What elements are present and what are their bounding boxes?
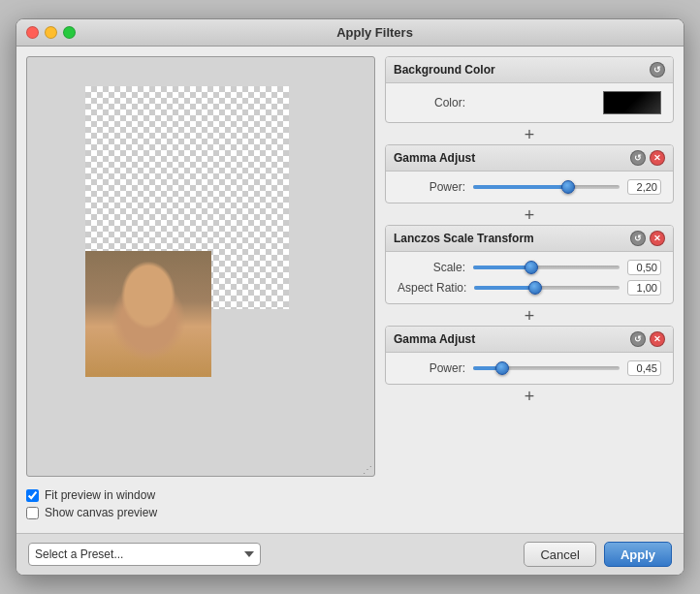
filter-gamma-2-body: Power: 0,45: [386, 353, 673, 384]
filter-gamma-2-header: Gamma Adjust ↺ ✕: [386, 327, 673, 353]
gamma-1-refresh-icon[interactable]: ↺: [630, 150, 646, 166]
lanczos-refresh-icon[interactable]: ↺: [630, 231, 646, 246]
filter-gamma-1-body: Power: 2,20: [386, 172, 673, 203]
lanczos-scale-thumb[interactable]: [525, 261, 538, 274]
lanczos-scale-fill: [473, 266, 531, 269]
lanczos-scale-track: [473, 266, 620, 269]
window-title: Apply Filters: [76, 25, 674, 40]
gamma-2-power-row: Power: 0,45: [398, 360, 661, 376]
refresh-icon[interactable]: ↺: [650, 62, 665, 78]
color-label: Color:: [398, 96, 465, 109]
add-filter-btn-3[interactable]: +: [385, 306, 674, 326]
titlebar: Apply Filters: [16, 19, 684, 47]
lanczos-aspect-value: 1,00: [627, 280, 661, 296]
gamma-1-power-thumb[interactable]: [561, 180, 575, 194]
preview-image: [85, 251, 211, 377]
gamma-2-power-thumb[interactable]: [495, 361, 509, 375]
gamma-1-power-value: 2,20: [627, 179, 661, 195]
gamma-1-power-row: Power: 2,20: [398, 179, 661, 195]
gamma-2-power-track: [473, 366, 620, 370]
filter-background-color-header: Background Color ↺: [386, 57, 673, 83]
preview-area: ⋰: [26, 56, 375, 477]
filter-gamma-1: Gamma Adjust ↺ ✕ Power:: [385, 144, 674, 203]
fit-preview-checkbox[interactable]: [26, 489, 39, 502]
fit-preview-label[interactable]: Fit preview in window: [45, 488, 155, 502]
add-filter-btn-2[interactable]: +: [385, 205, 674, 225]
gamma-2-refresh-icon[interactable]: ↺: [630, 331, 646, 347]
fit-preview-row: Fit preview in window: [26, 488, 375, 502]
filter-lanczos-header: Lanczos Scale Transform ↺ ✕: [386, 226, 673, 252]
canvas-preview-row: Show canvas preview: [26, 506, 375, 519]
gamma-2-power-slider-container[interactable]: [473, 360, 620, 376]
filters-panel: Background Color ↺ Color: + Gam: [385, 56, 674, 523]
apply-button[interactable]: Apply: [604, 542, 672, 567]
add-filter-btn-4[interactable]: +: [385, 387, 674, 406]
canvas-preview-label[interactable]: Show canvas preview: [45, 506, 157, 519]
lanczos-aspect-track: [474, 286, 620, 290]
filter-background-color-title: Background Color: [394, 63, 495, 77]
filter-gamma-1-icons: ↺ ✕: [630, 150, 665, 166]
gamma-2-power-value: 0,45: [627, 360, 661, 376]
main-content: ⋰ Fit preview in window Show canvas prev…: [16, 47, 684, 533]
gamma-1-power-slider-container[interactable]: [473, 179, 620, 195]
filter-background-color-icons: ↺: [650, 62, 665, 78]
lanczos-aspect-label: Aspect Ratio:: [398, 281, 466, 295]
filter-lanczos-icons: ↺ ✕: [630, 231, 665, 246]
filter-lanczos-title: Lanczos Scale Transform: [394, 232, 534, 245]
gamma-1-remove-icon[interactable]: ✕: [650, 150, 665, 166]
gamma-1-power-label: Power:: [398, 180, 465, 194]
gamma-2-remove-icon[interactable]: ✕: [650, 331, 665, 347]
preset-select[interactable]: Select a Preset...: [28, 543, 261, 566]
apply-filters-window: Apply Filters ⋰ Fit preview in window: [16, 18, 684, 576]
filter-background-color: Background Color ↺ Color:: [385, 56, 674, 123]
lanczos-scale-value: 0,50: [627, 260, 661, 275]
filter-gamma-1-header: Gamma Adjust ↺ ✕: [386, 145, 673, 172]
filter-lanczos-body: Scale: 0,50 Aspect Ratio:: [386, 252, 673, 303]
image-content: [85, 251, 211, 377]
filter-background-color-body: Color:: [386, 83, 673, 122]
lanczos-aspect-thumb[interactable]: [528, 281, 542, 295]
lanczos-aspect-row: Aspect Ratio: 1,00: [398, 280, 661, 296]
filter-gamma-2-title: Gamma Adjust: [394, 332, 475, 346]
filter-gamma-2-icons: ↺ ✕: [630, 331, 665, 347]
lanczos-aspect-slider-container[interactable]: [474, 280, 620, 296]
preview-options: Fit preview in window Show canvas previe…: [26, 485, 375, 523]
traffic-lights: [26, 26, 76, 39]
add-filter-btn-1[interactable]: +: [385, 125, 674, 144]
gamma-1-power-track: [473, 185, 620, 189]
lanczos-scale-row: Scale: 0,50: [398, 260, 661, 275]
gamma-1-power-fill: [473, 185, 568, 189]
color-row: Color:: [398, 91, 661, 114]
maximize-button[interactable]: [63, 26, 76, 39]
lanczos-scale-slider-container[interactable]: [473, 260, 620, 275]
preview-panel: ⋰ Fit preview in window Show canvas prev…: [26, 56, 375, 523]
minimize-button[interactable]: [45, 26, 57, 39]
filter-gamma-2: Gamma Adjust ↺ ✕ Power:: [385, 326, 674, 385]
resize-handle[interactable]: ⋰: [363, 464, 372, 474]
lanczos-remove-icon[interactable]: ✕: [650, 231, 665, 246]
lanczos-aspect-fill: [474, 286, 535, 290]
filter-lanczos: Lanczos Scale Transform ↺ ✕ Scale:: [385, 225, 674, 304]
lanczos-scale-label: Scale:: [398, 261, 465, 274]
cancel-button[interactable]: Cancel: [524, 542, 595, 567]
bottom-bar: Select a Preset... Cancel Apply: [16, 533, 684, 575]
color-swatch[interactable]: [603, 91, 661, 114]
close-button[interactable]: [26, 26, 39, 39]
gamma-2-power-label: Power:: [398, 361, 465, 375]
canvas-preview-checkbox[interactable]: [26, 507, 39, 519]
filter-gamma-1-title: Gamma Adjust: [394, 151, 475, 165]
